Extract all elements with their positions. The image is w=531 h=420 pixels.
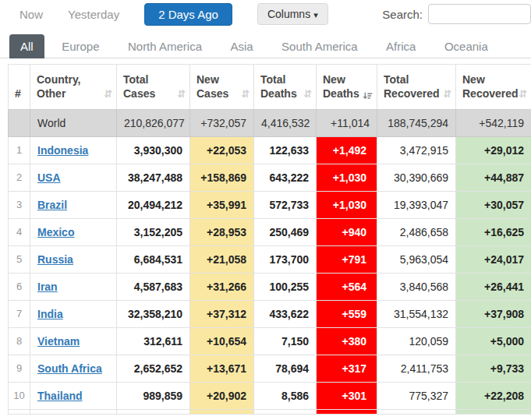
new-cases-cell: +31,266 xyxy=(190,274,254,301)
sort-icon[interactable]: ⇵ xyxy=(519,87,527,101)
tab-north-america[interactable]: North America xyxy=(117,34,213,58)
new-deaths-cell: +1,030 xyxy=(317,192,377,219)
country-link[interactable]: Thailand xyxy=(37,390,83,402)
new-deaths-cell: +564 xyxy=(317,274,377,301)
rank-cell xyxy=(9,110,30,137)
columns-label: Columns xyxy=(267,8,310,20)
new-cases-cell: +21,058 xyxy=(190,246,254,274)
table-row: 4 Mexico 3,152,205 +28,953 250,469 +940 … xyxy=(9,219,531,246)
total-cases-cell: 210,826,077 xyxy=(117,110,190,137)
total-recovered-cell: 188,745,294 xyxy=(377,110,456,137)
total-recovered-cell: 775,327 xyxy=(377,383,456,410)
rank-cell: 2 xyxy=(9,164,30,192)
country-link[interactable]: Vietnam xyxy=(37,335,80,348)
country-cell: India xyxy=(30,301,117,328)
country-cell: Thailand xyxy=(30,383,117,410)
new-deaths-cell: +559 xyxy=(317,301,377,328)
total-cases-cell: 312,611 xyxy=(117,328,190,355)
country-link[interactable]: USA xyxy=(37,171,61,184)
sort-icon[interactable]: ⇵ xyxy=(104,87,112,101)
two-days-ago-button[interactable]: 2 Days Ago xyxy=(144,3,232,26)
new-cases-cell: +35,991 xyxy=(190,192,254,219)
total-deaths-cell: 122,633 xyxy=(254,137,317,164)
tab-all[interactable]: All xyxy=(9,34,44,58)
total-cases-cell: 38,247,488 xyxy=(117,164,190,192)
new-cases-cell: +13,671 xyxy=(190,355,254,383)
country-cell: USA xyxy=(30,164,117,192)
total-deaths-cell: 7,150 xyxy=(254,328,317,355)
now-link[interactable]: Now xyxy=(19,8,43,21)
sort-desc-icon[interactable] xyxy=(363,91,373,101)
rank-cell: 7 xyxy=(9,301,30,328)
country-link[interactable]: Indonesia xyxy=(37,144,88,157)
total-deaths-cell: 78,694 xyxy=(254,355,317,383)
new-recovered-cell: +44,887 xyxy=(456,164,531,192)
total-deaths-cell: 4,416,532 xyxy=(254,110,317,137)
header-total-recovered[interactable]: TotalRecovered ⇵ xyxy=(377,65,456,110)
total-recovered-cell: 2,486,658 xyxy=(377,219,456,246)
sort-icon[interactable]: ⇵ xyxy=(303,87,312,101)
new-deaths-cell: +1,030 xyxy=(317,164,377,192)
new-deaths-cell: +940 xyxy=(317,219,377,246)
total-deaths-cell: 643,222 xyxy=(254,164,317,192)
new-recovered-cell: +29,012 xyxy=(456,137,531,164)
rank-cell: 10 xyxy=(9,383,30,410)
country-link[interactable]: Iran xyxy=(37,281,58,293)
rank-cell: 1 xyxy=(9,137,30,164)
total-cases-cell: 3,152,205 xyxy=(117,219,190,246)
total-cases-cell: 6,684,531 xyxy=(117,246,190,274)
header-total-deaths[interactable]: TotalDeaths ⇵ xyxy=(254,65,317,110)
total-cases-cell: 3,930,300 xyxy=(117,137,190,164)
total-cases-cell: 2,652,652 xyxy=(117,355,190,383)
rank-cell: 9 xyxy=(9,355,30,383)
new-recovered-cell: +5,000 xyxy=(456,328,531,355)
new-cases-cell: +22,053 xyxy=(190,137,254,164)
yesterday-link[interactable]: Yesterday xyxy=(68,8,119,21)
total-recovered-cell: 2,411,753 xyxy=(377,355,456,383)
header-new-cases[interactable]: NewCases ⇵ xyxy=(190,65,254,110)
new-deaths-cell: +317 xyxy=(317,355,377,383)
new-recovered-cell: +9,733 xyxy=(456,355,531,383)
table-row: 1 Indonesia 3,930,300 +22,053 122,633 +1… xyxy=(9,137,531,164)
country-link[interactable]: South Africa xyxy=(37,362,102,375)
table-row: 2 USA 38,247,488 +158,869 643,222 +1,030… xyxy=(9,164,531,192)
table-row: 6 Iran 4,587,683 +31,266 100,255 +564 3,… xyxy=(9,274,531,301)
new-cases-cell: +732,057 xyxy=(190,110,254,137)
country-link[interactable]: Mexico xyxy=(37,226,74,238)
tab-asia[interactable]: Asia xyxy=(219,34,264,58)
country-cell: Mexico xyxy=(30,219,117,246)
new-recovered-cell: +22,208 xyxy=(456,383,531,410)
header-new-recovered[interactable]: NewRecovered ⇵ xyxy=(456,65,531,110)
header-new-deaths[interactable]: NewDeaths xyxy=(317,65,377,110)
tab-europe[interactable]: Europe xyxy=(51,34,110,58)
country-link[interactable]: Brazil xyxy=(37,199,67,211)
table-row: 3 Brazil 20,494,212 +35,991 572,733 +1,0… xyxy=(9,192,531,219)
sort-icon[interactable]: ⇵ xyxy=(241,87,250,101)
table-row: 9 South Africa 2,652,652 +13,671 78,694 … xyxy=(9,355,531,383)
sort-icon[interactable]: ⇵ xyxy=(177,87,186,101)
country-cell: World xyxy=(30,110,117,137)
new-deaths-cell: +1,492 xyxy=(317,137,377,164)
country-link[interactable]: Russia xyxy=(37,253,73,266)
total-cases-cell: 4,587,683 xyxy=(117,274,190,301)
sort-icon[interactable]: ⇵ xyxy=(443,87,451,101)
header-total-cases[interactable]: TotalCases ⇵ xyxy=(117,65,190,110)
country-cell: Brazil xyxy=(30,192,117,219)
toolbar: Now Yesterday 2 Days Ago Columns▾ Search… xyxy=(0,0,531,25)
new-cases-cell: +10,654 xyxy=(190,328,254,355)
country-link[interactable]: India xyxy=(37,308,63,320)
total-recovered-cell: 3,472,915 xyxy=(377,137,456,164)
columns-dropdown-button[interactable]: Columns▾ xyxy=(257,3,328,25)
header-rank: # xyxy=(9,65,30,110)
new-recovered-cell: +542,119 xyxy=(456,110,531,137)
header-country[interactable]: Country,Other ⇵ xyxy=(30,65,117,110)
search-input[interactable] xyxy=(428,4,531,24)
total-recovered-cell: 31,554,132 xyxy=(377,301,456,328)
total-deaths-cell: 433,622 xyxy=(254,301,317,328)
search-label: Search: xyxy=(382,8,423,21)
table-row: 10 Thailand 989,859 +20,902 8,586 +301 7… xyxy=(9,383,531,410)
new-deaths-cell: +11,014 xyxy=(317,110,377,137)
tab-oceania[interactable]: Oceania xyxy=(434,34,499,58)
tab-africa[interactable]: Africa xyxy=(375,34,427,58)
tab-south-america[interactable]: South America xyxy=(271,34,369,58)
